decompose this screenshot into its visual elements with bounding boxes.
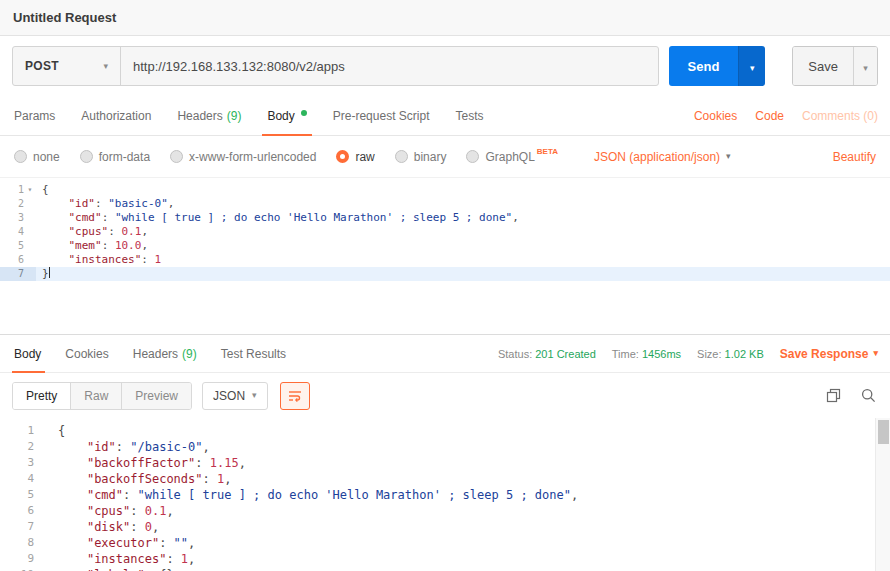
method-label: POST <box>25 59 59 73</box>
code-line-10: 10 "labels": {}, <box>0 567 890 571</box>
view-tab-pretty[interactable]: Pretty <box>13 383 71 409</box>
content-type-select[interactable]: JSON (application/json) ▾ <box>594 150 731 164</box>
response-tab-headers[interactable]: Headers(9) <box>121 335 209 372</box>
code-text: "backoffSeconds": 1, <box>46 471 890 487</box>
send-button-group: Send ▾ <box>669 46 766 86</box>
body-type-none[interactable]: none <box>14 150 60 164</box>
chevron-down-icon: ▾ <box>750 63 755 73</box>
save-response-button[interactable]: Save Response ▾ <box>780 347 878 361</box>
code-line-6: 6 "cpus": 0.1, <box>0 503 890 519</box>
code-text: "mem": 10.0, <box>36 239 890 253</box>
body-type-x-www-form-urlencoded[interactable]: x-www-form-urlencoded <box>170 150 316 164</box>
response-tab-body[interactable]: Body <box>12 335 53 372</box>
code-line-5: 5 "cmd": "while [ true ] ; do echo 'Hell… <box>0 487 890 503</box>
collapse-icon: ▾ <box>24 183 36 197</box>
tab-label: Body <box>14 347 41 361</box>
meta-value: 1.02 KB <box>725 348 764 360</box>
code-text: "id": "/basic-0", <box>46 439 890 455</box>
line-number: 3 <box>0 211 36 225</box>
radio-icon <box>466 150 479 163</box>
radio-icon <box>336 150 349 163</box>
body-type-graphql[interactable]: GraphQLBETA <box>466 150 558 164</box>
meta-size: Size: 1.02 KB <box>697 348 764 360</box>
meta-label: Status: <box>498 348 535 360</box>
response-tab-test-results[interactable]: Test Results <box>209 335 298 372</box>
line-number: 3 <box>0 455 46 471</box>
response-section: BodyCookiesHeaders(9)Test Results Status… <box>0 334 890 571</box>
request-links: CookiesCodeComments (0) <box>694 96 878 135</box>
body-type-form-data[interactable]: form-data <box>80 150 150 164</box>
url-input[interactable]: http://192.168.133.132:8080/v2/apps <box>121 47 658 85</box>
code-text: { <box>46 423 890 439</box>
tab-label: Headers <box>133 347 178 361</box>
response-toolbar: PrettyRawPreview JSON ▾ <box>0 373 890 418</box>
line-number: 2 <box>0 439 46 455</box>
request-title: Untitled Request <box>13 10 116 25</box>
meta-value: 1456ms <box>642 348 681 360</box>
response-body-code[interactable]: 1{2 "id": "/basic-0",3 "backoffFactor": … <box>0 423 890 571</box>
tab-label: Cookies <box>65 347 108 361</box>
response-toolbar-right <box>824 386 878 405</box>
code-line-2: 2 "id": "/basic-0", <box>0 439 890 455</box>
body-type-raw[interactable]: raw <box>336 150 374 164</box>
view-tab-raw[interactable]: Raw <box>71 383 122 409</box>
response-format-label: JSON <box>213 389 245 403</box>
save-button[interactable]: Save <box>793 47 853 85</box>
chevron-down-icon: ▾ <box>863 63 868 73</box>
response-scrollbar[interactable] <box>875 418 890 571</box>
wrap-text-button[interactable] <box>280 382 310 410</box>
status-dot-icon <box>301 110 307 116</box>
copy-icon <box>826 388 841 403</box>
wrap-text-icon <box>288 390 302 402</box>
tab-body[interactable]: Body <box>254 96 319 135</box>
code-line-4: 4 "backoffSeconds": 1, <box>0 471 890 487</box>
code-line-8: 8 "executor": "", <box>0 535 890 551</box>
scrollbar-thumb[interactable] <box>878 420 889 444</box>
tab-params[interactable]: Params <box>12 96 68 135</box>
content-type-label: JSON (application/json) <box>594 150 720 164</box>
code-line-6: 6 "instances": 1 <box>0 253 890 267</box>
send-button[interactable]: Send <box>669 46 739 86</box>
response-tabs: BodyCookiesHeaders(9)Test Results <box>12 335 298 372</box>
postman-window: { "header": { "title": "Untitled Request… <box>0 0 890 571</box>
line-number: 5 <box>0 239 36 253</box>
view-tab-preview[interactable]: Preview <box>122 383 191 409</box>
line-number: 6 <box>0 503 46 519</box>
line-number: 9 <box>0 551 46 567</box>
code-line-1: 1▾{ <box>0 183 890 197</box>
send-options-button[interactable]: ▾ <box>738 46 765 86</box>
line-number: 7 <box>0 267 36 281</box>
line-number: 1 <box>0 423 46 439</box>
request-body-editor[interactable]: 1▾{2 "id": "basic-0",3 "cmd": "while [ t… <box>0 178 890 334</box>
chevron-down-icon: ▾ <box>103 62 108 71</box>
method-select[interactable]: POST ▾ <box>13 47 121 85</box>
response-tab-cookies[interactable]: Cookies <box>53 335 120 372</box>
code-line-2: 2 "id": "basic-0", <box>0 197 890 211</box>
code-line-5: 5 "mem": 10.0, <box>0 239 890 253</box>
link-comments-0[interactable]: Comments (0) <box>802 109 878 123</box>
tab-label: Body <box>267 109 294 123</box>
radio-label: none <box>33 150 60 164</box>
tab-authorization[interactable]: Authorization <box>68 96 164 135</box>
beautify-link[interactable]: Beautify <box>833 150 876 164</box>
meta-label: Time: <box>612 348 642 360</box>
line-number: 7 <box>0 519 46 535</box>
tab-pre-request-script[interactable]: Pre-request Script <box>320 96 443 135</box>
body-type-binary[interactable]: binary <box>395 150 447 164</box>
link-cookies[interactable]: Cookies <box>694 109 737 123</box>
tab-tests[interactable]: Tests <box>442 96 496 135</box>
search-button[interactable] <box>859 386 878 405</box>
tab-headers[interactable]: Headers(9) <box>164 96 254 135</box>
link-code[interactable]: Code <box>755 109 784 123</box>
code-line-3: 3 "backoffFactor": 1.15, <box>0 455 890 471</box>
response-format-select[interactable]: JSON ▾ <box>202 382 268 410</box>
copy-button[interactable] <box>824 386 843 405</box>
url-text: http://192.168.133.132:8080/v2/apps <box>133 59 345 74</box>
request-bar: POST ▾ http://192.168.133.132:8080/v2/ap… <box>0 36 890 96</box>
save-options-button[interactable]: ▾ <box>853 47 877 85</box>
tab-label: Tests <box>455 109 483 123</box>
save-button-group: Save ▾ <box>792 46 878 86</box>
meta-status: Status: 201 Created <box>498 348 596 360</box>
code-text: "cpus": 0.1, <box>46 503 890 519</box>
code-text: } <box>36 267 890 281</box>
